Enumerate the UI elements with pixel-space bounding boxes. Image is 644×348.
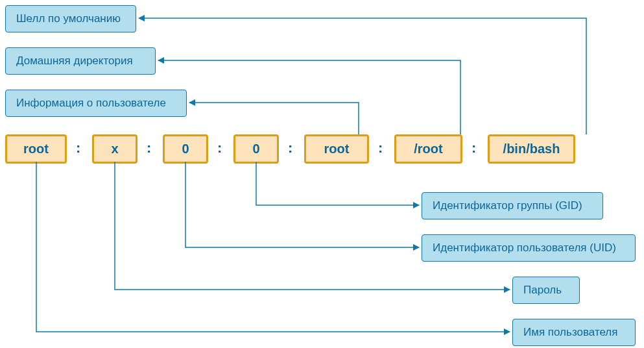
label-gid: Идентификатор группы (GID) [422,192,603,219]
separator: : [217,140,222,156]
field-password: x [92,134,137,164]
separator: : [288,140,292,156]
field-shell: /bin/bash [488,134,575,164]
label-password: Пароль [512,277,580,304]
field-info: root [304,134,369,164]
field-home: /root [394,134,462,164]
label-username: Имя пользователя [512,319,636,346]
separator: : [471,140,476,156]
label-homedir: Домашняя директория [5,47,156,75]
separator: : [76,140,80,156]
separator: : [378,140,383,156]
label-userinfo: Информация о пользователе [5,90,187,117]
field-gid: 0 [233,134,279,164]
field-uid: 0 [163,134,208,164]
label-shell: Шелл по умолчанию [5,5,136,32]
separator: : [147,140,151,156]
label-uid: Идентификатор пользователя (UID) [422,234,636,262]
field-username: root [5,134,67,164]
